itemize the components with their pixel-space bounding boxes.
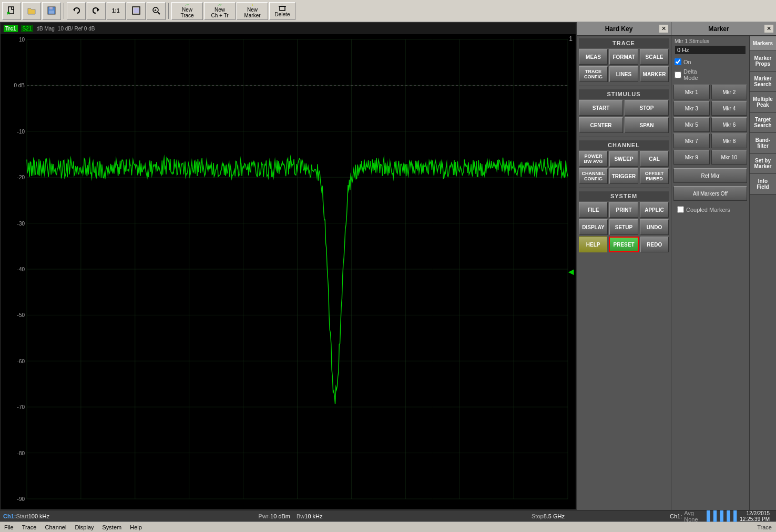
datetime: 12/2/2015 12:25:39 PM — [740, 510, 770, 522]
trace-label: Trc1 — [4, 25, 18, 32]
hardkey-header: Hard Key ✕ — [577, 22, 671, 36]
svg-text:+: + — [154, 8, 157, 13]
new-trace-btn[interactable]: New Trace — [171, 2, 203, 20]
signal-indicator: ▐▐▐▐▐ — [703, 510, 737, 521]
power-bw-btn[interactable]: POWERBW AVG — [579, 151, 608, 167]
stim-row: Mkr 1 Stimulus — [671, 36, 749, 57]
tab-marker-props[interactable]: MarkerProps — [750, 51, 776, 71]
meas-btn[interactable]: MEAS — [579, 49, 608, 65]
hardkey-close-btn[interactable]: ✕ — [659, 24, 669, 33]
marker-title: Marker — [673, 25, 764, 33]
undo-btn[interactable]: UNDO — [640, 219, 669, 235]
stim-label: Mkr 1 Stimulus — [675, 38, 746, 44]
zoom-fit-btn[interactable] — [127, 2, 146, 20]
all-markers-off-btn[interactable]: All Markers Off — [673, 186, 747, 201]
trace-row2: TRACECONFIG LINES MARKER — [579, 66, 669, 82]
svg-text:1:1: 1:1 — [112, 8, 120, 14]
trigger-btn[interactable]: TRIGGER — [609, 168, 638, 184]
channel-config-btn[interactable]: CHANNELCONFIG — [579, 168, 608, 184]
mkr7-btn[interactable]: Mkr 7 — [673, 134, 710, 148]
save-btn[interactable] — [42, 2, 61, 20]
hardkey-title: Hard Key — [579, 25, 659, 33]
mkr10-btn[interactable]: Mkr 10 — [711, 150, 748, 165]
stimulus-section: STIMULUS START STOP CENTER SPAN — [577, 87, 671, 136]
trace-config-btn[interactable]: TRACECONFIG — [579, 66, 608, 82]
ref-mkr-btn[interactable]: Ref Mkr — [673, 168, 747, 183]
trace-section-label: TRACE — [579, 38, 669, 48]
div2 — [579, 137, 669, 137]
sweep-btn[interactable]: SWEEP — [609, 151, 638, 167]
scale-btn[interactable]: SCALE — [640, 49, 669, 65]
mkr9-btn[interactable]: Mkr 9 — [673, 150, 710, 165]
zoom-1to1-btn[interactable]: 1:1 — [107, 2, 126, 20]
mkr6-btn[interactable]: Mkr 6 — [711, 117, 748, 132]
on-checkbox[interactable] — [675, 58, 681, 65]
display-btn[interactable]: DISPLAY — [579, 219, 608, 235]
delete-btn[interactable]: Delete — [269, 2, 295, 20]
tab-multiple-peak[interactable]: MultiplePeak — [750, 92, 776, 112]
span-btn[interactable]: SPAN — [625, 117, 669, 133]
mkr1-btn[interactable]: Mkr 1 — [673, 85, 710, 99]
stimulus-section-label: STIMULUS — [579, 89, 669, 99]
applic-btn[interactable]: APPLIC — [640, 202, 669, 218]
new-marker-btn[interactable]: New Marker — [237, 2, 268, 20]
mkr3-btn[interactable]: Mkr 3 — [673, 101, 710, 116]
redo-btn[interactable]: REDO — [640, 237, 669, 252]
delta-checkbox[interactable] — [675, 71, 681, 78]
menu-trace[interactable]: Trace — [18, 524, 41, 530]
mkr5-btn[interactable]: Mkr 5 — [673, 117, 710, 132]
stimulus-row2: CENTER SPAN — [579, 117, 669, 133]
system-row1: FILE PRINT APPLIC — [579, 202, 669, 218]
menu-help[interactable]: Help — [126, 524, 146, 530]
lines-btn[interactable]: LINES — [609, 66, 638, 82]
svg-rect-5 — [49, 11, 54, 14]
sep2 — [168, 3, 169, 19]
canvas-area[interactable]: 1 ◄ — [1, 34, 576, 509]
open-btn[interactable] — [22, 2, 41, 20]
stop-btn[interactable]: STOP — [625, 100, 669, 116]
redo-toolbar-btn[interactable] — [87, 2, 106, 20]
ch1-info: Ch1: — [670, 513, 682, 519]
channel-num: 1 — [569, 35, 573, 43]
bw-label: Bw — [297, 513, 304, 519]
tab-set-by-marker[interactable]: Set byMarker — [750, 154, 776, 174]
cal-btn[interactable]: CAL — [640, 151, 669, 167]
print-btn[interactable]: PRINT — [609, 202, 638, 218]
help-btn[interactable]: HELP — [579, 237, 607, 252]
tab-bandfilter[interactable]: Band-filter — [750, 133, 776, 154]
menu-file[interactable]: File — [0, 524, 18, 530]
ch1-label: Ch1: — [3, 513, 16, 519]
file-btn[interactable]: FILE — [579, 202, 608, 218]
marker-close-btn[interactable]: ✕ — [764, 24, 774, 33]
tab-marker-search[interactable]: MarkerSearch — [750, 71, 776, 92]
tab-markers[interactable]: Markers — [750, 36, 776, 51]
mkr8-btn[interactable]: Mkr 8 — [711, 134, 748, 148]
zoom-region-btn[interactable]: + — [147, 2, 166, 20]
svg-rect-4 — [49, 7, 53, 9]
tab-info-field[interactable]: InfoField — [750, 174, 776, 195]
undo-toolbar-btn[interactable] — [67, 2, 86, 20]
channel-section-label: CHANNEL — [579, 140, 669, 150]
coupled-markers-checkbox[interactable] — [677, 206, 684, 213]
offset-embed-btn[interactable]: OFFSETEMBED — [640, 168, 669, 184]
mkr4-btn[interactable]: Mkr 4 — [711, 101, 748, 116]
tab-target-search[interactable]: TargetSearch — [750, 112, 776, 133]
setup-btn[interactable]: SETUP — [609, 219, 638, 235]
format-btn[interactable]: FORMAT — [609, 49, 638, 65]
stim-input[interactable] — [675, 45, 746, 55]
preset-btn[interactable]: PRESET — [609, 237, 638, 252]
new-file-btn[interactable] — [2, 2, 21, 20]
mkr2-btn[interactable]: Mkr 2 — [711, 85, 748, 99]
ref-arrow: ◄ — [566, 267, 576, 277]
menu-display[interactable]: Display — [70, 524, 98, 530]
center-btn[interactable]: CENTER — [579, 117, 623, 133]
new-ch-btn[interactable]: + New Ch + Tr — [204, 2, 236, 20]
coupled-markers-row: Coupled Markers — [673, 203, 747, 216]
channel-row2: CHANNELCONFIG TRIGGER OFFSETEMBED — [579, 168, 669, 184]
menu-system[interactable]: System — [98, 524, 126, 530]
start-btn[interactable]: START — [579, 100, 623, 116]
marker-btn[interactable]: MARKER — [640, 66, 669, 82]
svg-marker-15 — [252, 4, 253, 6]
chart-scale: 10 dB/ Ref 0 dB — [58, 26, 95, 32]
menu-channel[interactable]: Channel — [40, 524, 70, 530]
